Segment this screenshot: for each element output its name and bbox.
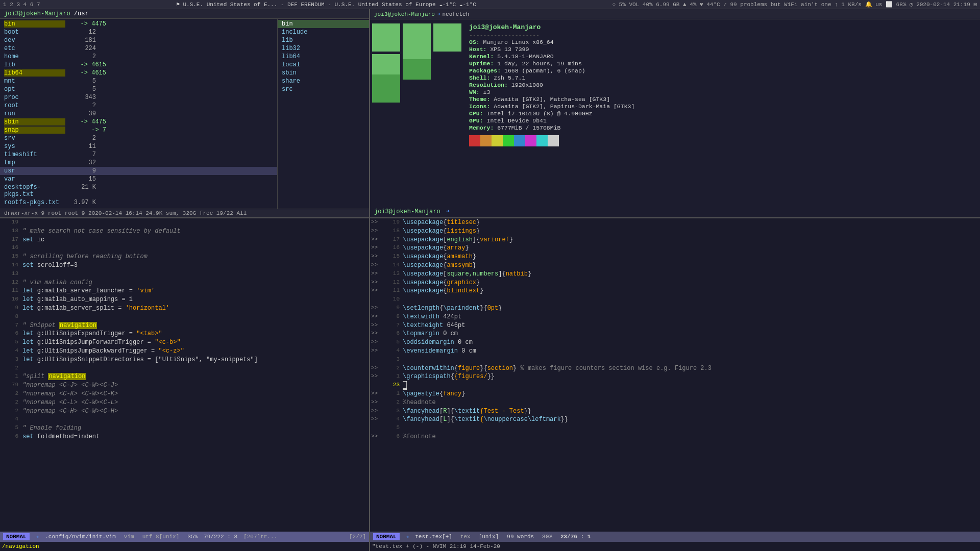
vim-right-pane[interactable]: >>19\usepackage{titlesec}>>18\usepackage… [370,218,980,551]
line-marker: >> [371,347,385,356]
list-item[interactable]: home2 [0,53,277,61]
file-arrow: -> 4615 [65,61,106,68]
color-swatch [492,135,503,146]
file-header-user: joi3@jokeh-Manjaro [4,10,70,17]
neo-shell-value: zsh 5.7.1 [494,74,525,81]
list-item[interactable]: tmp32 [0,159,277,167]
line-number: 8 [2,313,18,321]
list-item[interactable]: srv2 [0,134,277,142]
vim-left-cmdline: /navigation [0,542,369,551]
file-size: 224 [65,45,96,52]
list-item[interactable]: opt5 [0,85,277,93]
line-content: " vim matlab config [22,279,367,287]
vim-left-search: /navigation [2,543,39,549]
vim-line: 13 [0,270,369,279]
list-item[interactable]: lib64-> 4615 [0,69,277,77]
line-content: \pagestyle{fancy} [403,390,979,398]
file-size: 3.97 K [65,199,96,206]
line-number: 12 [2,279,18,287]
neo-uptime-value: 1 day, 22 hours, 19 mins [497,60,582,67]
list-item[interactable]: dev181 [0,36,277,44]
list-item[interactable]: run39 [0,110,277,118]
list-item[interactable]: sbin-> 4475 [0,118,277,126]
file-size: 39 [65,110,96,117]
file-size: 9 [65,167,96,174]
line-number: 3 [385,356,400,364]
file-right-item[interactable]: share [278,77,369,85]
list-item[interactable]: timeshift7 [0,151,277,159]
file-content: bin-> 4475boot12dev181etc224home2lib-> 4… [0,19,369,209]
vim-line: >>17\usepackage[english]{varioref} [370,236,980,244]
list-item[interactable]: root? [0,102,277,110]
list-item[interactable]: bin-> 4475 [0,20,277,28]
vim-line: 8 [0,313,369,321]
file-name: snap [4,127,65,134]
vim-right-encoding: [unix] [479,534,499,540]
neo-separator: -------------------- [469,32,540,38]
line-marker: >> [371,338,385,347]
neo-theme-label: Theme: [469,96,494,103]
file-right-item[interactable]: src [278,85,369,93]
vim-line: 7" Snippet navigation [0,321,369,330]
file-name: sbin [4,118,65,126]
vim-left-pane[interactable]: 1918" make search not case sensitive by … [0,218,370,551]
file-right-item[interactable]: lib64 [278,53,369,61]
vim-line: >>13\usepackage[square,numbers]{natbib} [370,270,980,279]
line-number: 1 [385,372,400,381]
neo-resolution-label: Resolution: [469,82,511,88]
line-number: 14 [2,261,18,270]
line-marker: >> [371,227,385,236]
file-right-item[interactable]: bin [278,20,369,28]
file-name: lib64 [4,69,65,77]
neo-info: joi3@jokeh-Manjaro -------------------- … [467,19,980,206]
vim-line: 79"nnoremap <C-J> <C-W><C-J> [0,381,369,390]
line-marker [371,295,385,304]
line-number: 18 [2,227,18,236]
vim-left-pos: 79/222 : 8 [204,534,237,540]
list-item[interactable]: mnt5 [0,77,277,85]
list-item[interactable]: var15 [0,175,277,183]
list-item[interactable]: sys11 [0,142,277,151]
list-item[interactable]: rootfs-pkgs.txt3.97 K [0,198,277,207]
vim-right-pos: 23/76 : 1 [560,534,591,540]
list-item[interactable]: etc224 [0,44,277,53]
neo-prompt: joi3@jokeh-Manjaro ➜ [370,206,980,217]
color-swatch [514,135,525,146]
list-item[interactable]: usr9 [0,167,277,175]
vim-line: 9let g:matlab_server_split = 'horizontal… [0,304,369,313]
line-content: \topmargin 0 cm [403,330,979,338]
line-number: 16 [2,244,18,253]
vim-line: >>11\usepackage{blindtext} [370,287,980,295]
file-right-item[interactable]: sbin [278,69,369,77]
file-right-item[interactable]: include [278,28,369,36]
vim-right-statusbar: NORMAL ➜ test.tex[+] tex [unix] 99 words… [370,532,980,542]
vim-left-percent: 35% [187,534,198,540]
list-item[interactable]: desktopfs-pkgs.txt21 K [0,183,277,198]
workspace-numbers[interactable]: 1 2 3 4 6 7 [3,2,40,8]
file-size: 2 [65,135,96,142]
file-right-item[interactable]: lib [278,36,369,44]
file-right-item[interactable]: lib32 [278,44,369,53]
list-item[interactable]: snap-> 7 [0,126,277,134]
line-number: 1 [2,372,18,381]
neo-cpu-label: CPU: [469,110,487,117]
file-name: usr [4,167,65,174]
line-content: \usepackage{listings} [403,227,979,236]
file-name: etc [4,45,65,52]
main-area: joi3@jokeh-Manjaro /usr bin-> 4475boot12… [0,9,980,551]
line-number: 7 [2,321,18,330]
vim-line: >>2%headnote [370,398,980,407]
vim-line: >>4\fancyhead[L]{\textit{\nouppercase\le… [370,415,980,424]
line-content: \fancyhead[L]{\textit{\nouppercase\leftm… [403,415,979,424]
list-item[interactable]: proc343 [0,93,277,102]
line-content [403,295,979,304]
neo-art [370,19,467,206]
file-size: 32 [65,159,96,166]
line-content: \fancyhead[R]{\textit{Test - Test}} [403,407,979,416]
line-number: 2 [2,407,18,416]
list-item[interactable]: lib-> 4615 [0,61,277,69]
line-marker: >> [371,364,385,373]
list-item[interactable]: boot12 [0,28,277,36]
file-right-item[interactable]: local [278,61,369,69]
color-swatch [536,135,548,146]
